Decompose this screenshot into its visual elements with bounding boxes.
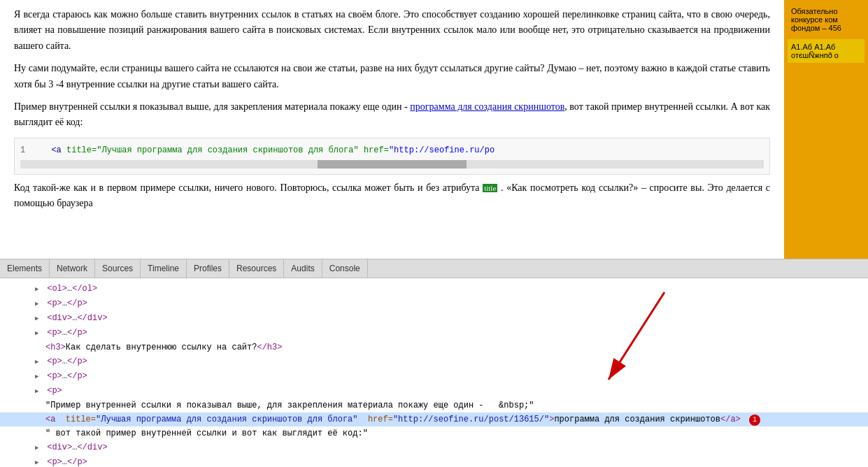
expand-icon[interactable]: ▶ (35, 385, 42, 398)
expand-icon[interactable]: ▶ (35, 457, 42, 467)
expand-icon[interactable]: ▶ (35, 298, 42, 310)
expand-icon[interactable]: ▶ (35, 356, 42, 368)
attr-highlight: title (483, 184, 497, 192)
code-line: 1 <a title="Лучшая программа для создани… (20, 144, 764, 157)
dom-line: ▶ <p> (0, 384, 868, 398)
dom-line: ▶ <p>…</p> (0, 369, 868, 384)
expand-icon[interactable]: ▶ (35, 283, 42, 296)
dom-line: ▶ <p>…</p> (0, 296, 868, 311)
para3-start: Пример внутренней ссылки я показывал выш… (14, 101, 410, 112)
dom-line: " вот такой пример внутренней ссылки и в… (0, 426, 868, 440)
article-para1: Я всегда стараюсь как можно больше стави… (14, 7, 770, 54)
article-para4: Код такой-же как и в первом примере ссыл… (14, 180, 770, 212)
code-scrollbar[interactable] (20, 160, 764, 168)
sidebar-bottom: А1.Аб А1.Аб отєшÑжнпð о (788, 39, 865, 63)
para4-start: Код такой-же как и в первом примере ссыл… (14, 182, 480, 193)
main-content: Я всегда стараюсь как можно больше стави… (0, 0, 868, 259)
tab-network[interactable]: Network (50, 259, 95, 278)
devtools-panel: ▶ <ol>…</ol> ▶ <p>…</p> ▶ <div>…</div> ▶… (0, 278, 868, 467)
expand-icon[interactable]: ▶ (35, 371, 42, 383)
dom-line: ▶ <ol>…</ol> (0, 282, 868, 296)
badge: 1 (749, 415, 760, 426)
tab-profiles[interactable]: Profiles (187, 259, 229, 278)
expand-icon[interactable]: ▶ (35, 312, 42, 325)
dom-line-highlighted[interactable]: <a title="Лучшая программа для создания … (0, 412, 868, 426)
internal-link[interactable]: программа для создания скриншотов (410, 101, 564, 112)
dom-line: ▶ <p>…</p> (0, 455, 868, 467)
tab-timeline[interactable]: Timeline (141, 259, 187, 278)
dom-line: ▶ <div>…</div> (0, 440, 868, 455)
expand-icon[interactable]: ▶ (35, 442, 42, 454)
expand-icon[interactable]: ▶ (35, 327, 42, 340)
dom-line: "Пример внутренней ссылки я показывал вы… (0, 398, 868, 412)
dom-line: ▶ <p>…</p> (0, 326, 868, 340)
dom-line: ▶ <div>…</div> (0, 311, 868, 326)
dom-line: <h3>Как сделать внутреннюю ссылку на сай… (0, 340, 868, 354)
code-scrollbar-thumb[interactable] (318, 160, 467, 168)
sidebar-right: Обязательно конкурсе ком фондом – 456 А1… (784, 0, 868, 259)
article-para2: Ну сами подумайте, если страницы вашего … (14, 61, 770, 92)
sidebar-top: Обязательно конкурсе ком фондом – 456 (788, 3, 865, 36)
article-para3: Пример внутренней ссылки я показывал выш… (14, 99, 770, 131)
line-number: 1 (20, 144, 34, 157)
tab-console[interactable]: Console (322, 259, 368, 278)
tab-sources[interactable]: Sources (95, 259, 141, 278)
devtools-bar: Elements Network Sources Timeline Profil… (0, 259, 868, 278)
tab-resources[interactable]: Resources (229, 259, 284, 278)
article-area: Я всегда стараюсь как можно больше стави… (0, 0, 784, 259)
dom-line: ▶ <p>…</p> (0, 354, 868, 369)
code-block: 1 <a title="Лучшая программа для создани… (14, 138, 770, 175)
tab-audits[interactable]: Audits (284, 259, 322, 278)
tab-elements[interactable]: Elements (0, 259, 50, 278)
